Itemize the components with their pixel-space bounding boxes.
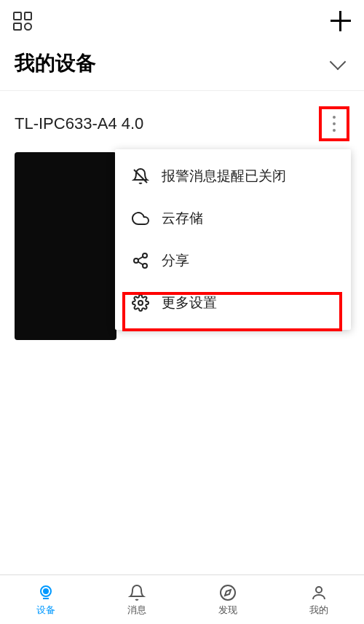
menu-label: 更多设置 (162, 293, 217, 312)
device-name: TL-IPC633-A4 4.0 (15, 114, 143, 133)
device-header: TL-IPC633-A4 4.0 (0, 91, 364, 152)
menu-label: 云存储 (162, 209, 203, 228)
svg-point-6 (138, 301, 143, 305)
nav-label: 消息 (127, 604, 146, 617)
grid-view-icon[interactable] (13, 12, 32, 31)
highlight-box (319, 106, 349, 141)
svg-point-2 (134, 258, 138, 263)
svg-line-5 (138, 262, 143, 265)
nav-label: 我的 (309, 604, 328, 617)
chevron-down-icon[interactable] (330, 54, 347, 71)
nav-item-mine[interactable]: 我的 (273, 575, 364, 624)
bottom-nav: 设备 消息 发现 我的 (0, 574, 364, 624)
device-more-button[interactable] (319, 108, 349, 139)
share-icon (131, 251, 150, 270)
gear-icon (131, 293, 150, 312)
bell-off-icon (131, 167, 150, 186)
nav-label: 设备 (36, 604, 55, 617)
nav-item-device[interactable]: 设备 (0, 575, 91, 624)
person-icon (309, 583, 328, 602)
camera-icon (36, 583, 55, 602)
nav-item-message[interactable]: 消息 (91, 575, 182, 624)
svg-line-4 (138, 257, 143, 260)
device-preview-thumbnail[interactable] (15, 152, 116, 340)
menu-item-more-settings[interactable]: 更多设置 (115, 282, 351, 324)
nav-label: 发现 (218, 604, 237, 617)
cloud-icon (131, 209, 150, 228)
menu-label: 分享 (162, 251, 189, 270)
svg-marker-11 (225, 590, 231, 596)
svg-point-10 (221, 585, 235, 600)
top-bar (0, 0, 364, 42)
nav-item-discover[interactable]: 发现 (182, 575, 273, 624)
device-dropdown-menu: 报警消息提醒已关闭 云存储 (115, 149, 351, 330)
menu-item-alarm[interactable]: 报警消息提醒已关闭 (115, 155, 351, 197)
page-header: 我的设备 (0, 42, 364, 91)
add-icon[interactable] (331, 11, 351, 31)
svg-point-8 (44, 589, 48, 593)
svg-point-1 (143, 253, 147, 258)
bell-icon (127, 583, 146, 602)
svg-point-3 (143, 264, 147, 268)
menu-label: 报警消息提醒已关闭 (162, 167, 286, 186)
compass-icon (218, 583, 237, 602)
svg-point-12 (316, 587, 322, 593)
menu-item-cloud[interactable]: 云存储 (115, 197, 351, 240)
page-title: 我的设备 (15, 50, 96, 77)
menu-item-share[interactable]: 分享 (115, 240, 351, 282)
